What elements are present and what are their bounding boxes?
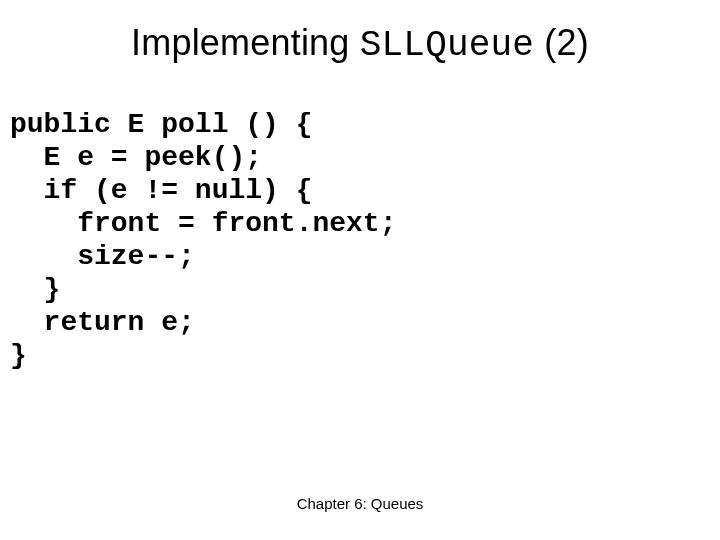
- code-block: public E poll () { E e = peek(); if (e !…: [10, 108, 710, 372]
- slide-title: Implementing SLLQueue (2): [0, 22, 720, 66]
- slide: Implementing SLLQueue (2) public E poll …: [0, 0, 720, 540]
- slide-footer: Chapter 6: Queues: [0, 495, 720, 512]
- title-prefix: Implementing: [131, 22, 360, 63]
- title-suffix: (2): [534, 22, 589, 63]
- title-classname: SLLQueue: [360, 25, 534, 66]
